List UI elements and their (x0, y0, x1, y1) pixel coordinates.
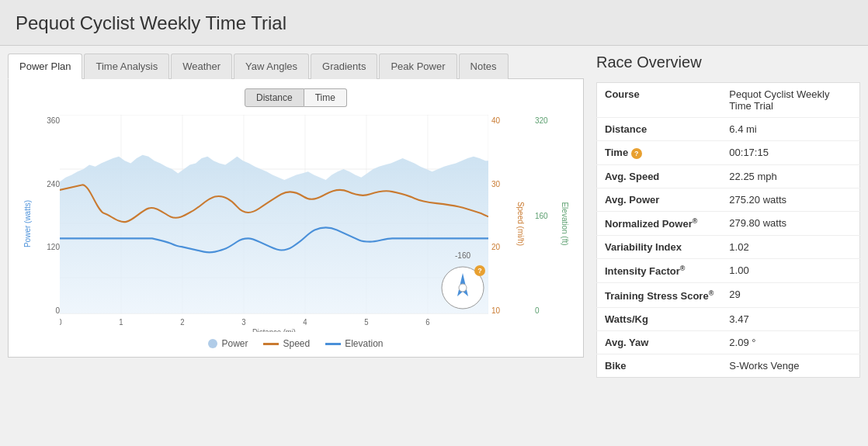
wind-elevation-label: -160 (455, 251, 470, 260)
value-intensity-factor: 1.00 (721, 258, 859, 282)
y-axis-left-label-container: Power (watts) (16, 115, 40, 332)
value-watts-kg: 3.47 (721, 307, 859, 330)
wind-help-icon[interactable]: ? (474, 265, 485, 276)
page-title: Pequot Cyclist Weekly Time Trial (16, 12, 852, 34)
chart-legend: Power Speed Elevation (16, 338, 575, 349)
wind-indicator: ? -160 (440, 265, 485, 310)
right-panel: Race Overview Course Pequot Cyclist Week… (596, 54, 860, 378)
y-right-elev-160: 160 (535, 212, 548, 220)
power-area (60, 155, 488, 314)
label-avg-power: Avg. Power (597, 188, 722, 211)
y-right-speed-30: 30 (491, 180, 500, 188)
value-normalized-power: 279.80 watts (721, 211, 859, 235)
page-header: Pequot Cyclist Weekly Time Trial (0, 0, 868, 46)
distance-button[interactable]: Distance (245, 88, 304, 107)
table-row: Watts/Kg 3.47 (597, 307, 860, 330)
label-intensity-factor: Intensity Factor® (597, 258, 722, 282)
value-avg-speed: 22.25 mph (721, 164, 859, 188)
tab-peak-power[interactable]: Peak Power (379, 54, 457, 79)
y-axis-right-speed-label: Speed (mi/h) (517, 201, 526, 245)
legend-speed-line (263, 343, 279, 345)
table-row: Avg. Power 275.20 watts (597, 188, 860, 211)
chart-wrapper: Power (watts) 360 240 120 0 (16, 115, 575, 332)
y-tick-120: 120 (47, 243, 60, 251)
y-tick-240: 240 (47, 180, 60, 188)
legend-elevation: Elevation (325, 338, 383, 349)
x-axis-label: Distance (mi) (252, 328, 296, 332)
chart-panel: Distance Time Power (watts) 360 240 120 … (8, 79, 584, 358)
main-content: Power Plan Time Analysis Weather Yaw Ang… (0, 46, 868, 385)
table-row: Time ? 00:17:15 (597, 141, 860, 165)
tab-time-analysis[interactable]: Time Analysis (84, 54, 169, 79)
y-right-elev-320: 320 (535, 116, 548, 125)
x-label-2: 2 (180, 318, 185, 327)
value-avg-yaw: 2.09 ° (721, 330, 859, 354)
y-right-speed-10: 10 (491, 306, 500, 315)
time-info-icon[interactable]: ? (631, 148, 642, 159)
y-axis-right-elev-label-container: Elevation (ft) (554, 115, 575, 332)
table-row: Distance 6.4 mi (597, 118, 860, 141)
value-avg-power: 275.20 watts (721, 188, 859, 211)
label-tss: Training Stress Score® (597, 283, 722, 307)
y-axis-right-elev-label: Elevation (ft) (561, 202, 569, 245)
x-label-5: 5 (364, 318, 369, 327)
y-axis-left-ticks: 360 240 120 0 (40, 115, 60, 332)
y-tick-360: 360 (47, 116, 60, 125)
y-right-elev-0: 0 (535, 306, 540, 315)
label-bike: Bike (597, 354, 722, 377)
value-variability-index: 1.02 (721, 235, 859, 258)
chart-svg-wrapper: 0 1 2 3 4 5 6 Distance (mi) (60, 115, 488, 332)
legend-power-label: Power (221, 338, 248, 349)
value-distance: 6.4 mi (721, 118, 859, 141)
label-time: Time ? (597, 141, 722, 165)
table-row: Course Pequot Cyclist Weekly Time Trial (597, 83, 860, 118)
label-avg-speed: Avg. Speed (597, 164, 722, 188)
left-panel: Power Plan Time Analysis Weather Yaw Ang… (8, 54, 584, 378)
table-row: Avg. Yaw 2.09 ° (597, 330, 860, 354)
x-label-3: 3 (241, 318, 246, 327)
tab-weather[interactable]: Weather (171, 54, 232, 79)
table-row: Bike S-Works Venge (597, 354, 860, 377)
value-tss: 29 (721, 283, 859, 307)
x-label-6: 6 (425, 318, 430, 327)
table-row: Normalized Power® 279.80 watts (597, 211, 860, 235)
legend-elevation-line (325, 343, 341, 345)
svg-point-14 (459, 284, 467, 292)
tab-gradients[interactable]: Gradients (311, 54, 377, 79)
x-label-4: 4 (303, 318, 307, 327)
tab-notes[interactable]: Notes (459, 54, 509, 79)
time-button[interactable]: Time (304, 88, 347, 107)
value-time: 00:17:15 (721, 141, 859, 165)
overview-table: Course Pequot Cyclist Weekly Time Trial … (596, 82, 860, 378)
x-label-1: 1 (119, 318, 123, 327)
legend-elevation-label: Elevation (345, 338, 383, 349)
label-normalized-power: Normalized Power® (597, 211, 722, 235)
label-watts-kg: Watts/Kg (597, 307, 722, 330)
legend-speed: Speed (263, 338, 310, 349)
table-row: Intensity Factor® 1.00 (597, 258, 860, 282)
value-bike: S-Works Venge (721, 354, 859, 377)
label-variability-index: Variability Index (597, 235, 722, 258)
legend-power-dot (208, 339, 217, 348)
label-course: Course (597, 83, 722, 118)
label-avg-yaw: Avg. Yaw (597, 330, 722, 354)
y-axis-right-speed-label-container: Speed (mi/h) (510, 115, 532, 332)
y-axis-left-label: Power (watts) (24, 199, 33, 247)
y-right-speed-20: 20 (491, 243, 500, 251)
tab-power-plan[interactable]: Power Plan (8, 54, 82, 79)
legend-speed-label: Speed (283, 338, 310, 349)
y-right-speed-40: 40 (491, 116, 500, 125)
tab-yaw-angles[interactable]: Yaw Angles (234, 54, 309, 79)
x-label-0: 0 (60, 318, 62, 327)
legend-power: Power (208, 338, 248, 349)
y-axis-right-speed: 40 30 20 10 (488, 115, 510, 332)
y-axis-right-elev: 320 160 0 (532, 115, 554, 332)
table-row: Variability Index 1.02 (597, 235, 860, 258)
value-course: Pequot Cyclist Weekly Time Trial (721, 83, 859, 118)
race-overview-title: Race Overview (596, 54, 860, 74)
chart-controls: Distance Time (16, 88, 575, 107)
table-row: Avg. Speed 22.25 mph (597, 164, 860, 188)
label-distance: Distance (597, 118, 722, 141)
chart-svg: 0 1 2 3 4 5 6 Distance (mi) (60, 115, 488, 332)
table-row: Training Stress Score® 29 (597, 283, 860, 307)
